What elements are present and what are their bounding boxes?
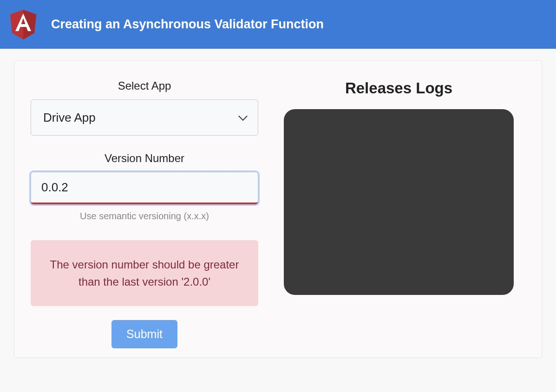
releases-logs-panel xyxy=(284,109,514,295)
select-app-dropdown[interactable]: Drive App xyxy=(31,99,258,136)
angular-logo-icon xyxy=(9,10,37,39)
logs-column: Releases Logs xyxy=(272,79,525,348)
version-number-label: Version Number xyxy=(105,152,184,165)
version-hint: Use semantic versioning (x.x.x) xyxy=(80,211,209,222)
version-input-wrap xyxy=(31,172,258,204)
select-app-wrap: Drive App xyxy=(31,99,258,136)
releases-logs-title: Releases Logs xyxy=(345,79,452,97)
main-content: Select App Drive App Version Number Use … xyxy=(0,49,556,370)
validation-error-alert: The version number should be greater tha… xyxy=(31,240,258,306)
version-number-input[interactable] xyxy=(31,172,258,204)
form-card: Select App Drive App Version Number Use … xyxy=(14,60,542,358)
form-column: Select App Drive App Version Number Use … xyxy=(31,79,258,348)
page-title: Creating an Asynchronous Validator Funct… xyxy=(51,17,324,32)
submit-button[interactable]: Submit xyxy=(111,320,177,348)
select-app-label: Select App xyxy=(118,79,171,92)
app-header: Creating an Asynchronous Validator Funct… xyxy=(0,0,556,49)
